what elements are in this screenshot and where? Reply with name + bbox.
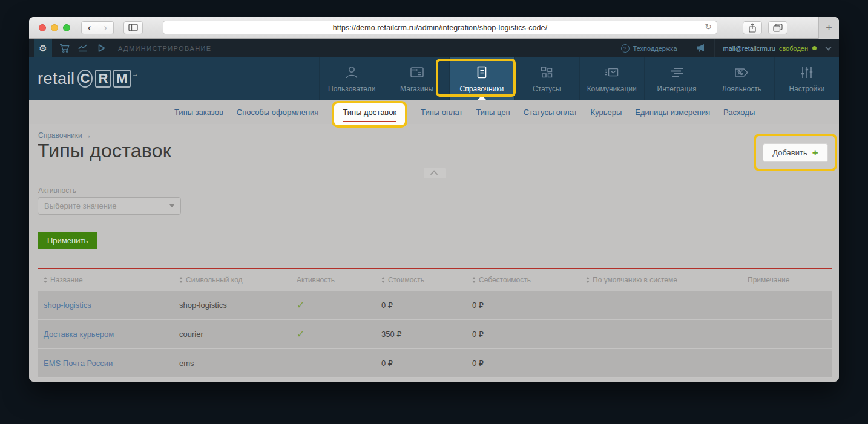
subnav-payment-statuses[interactable]: Статусы оплат bbox=[524, 108, 577, 117]
back-button[interactable]: ‹ bbox=[81, 21, 97, 34]
row-code: courier bbox=[179, 330, 297, 339]
nav-label: Пользователи bbox=[328, 85, 375, 93]
col-header-name[interactable]: Название bbox=[44, 276, 179, 284]
main-nav-items: Пользователи Магазины Справочники bbox=[319, 57, 839, 100]
forward-button[interactable]: › bbox=[97, 21, 114, 34]
subnav-payment-types[interactable]: Типы оплат bbox=[421, 108, 462, 117]
support-link[interactable]: ? Техподдержка bbox=[621, 44, 677, 53]
triggers-button[interactable] bbox=[96, 43, 107, 53]
statuses-icon bbox=[539, 65, 554, 80]
subnav-units[interactable]: Единицы измерения bbox=[635, 108, 710, 117]
play-icon bbox=[96, 43, 107, 53]
subnav-order-types[interactable]: Типы заказов bbox=[174, 108, 223, 117]
cart-icon bbox=[59, 44, 70, 53]
orders-cart-button[interactable] bbox=[59, 44, 70, 53]
utility-right: ? Техподдержка mail@retailcrm.ru свободе… bbox=[621, 39, 839, 57]
communications-icon bbox=[603, 65, 620, 80]
gear-icon: ⚙ bbox=[39, 43, 47, 54]
filter-collapse-toggle[interactable] bbox=[424, 168, 446, 178]
table-row: Доставка курьером courier ✓ 350 ₽ 0 ₽ bbox=[38, 320, 832, 349]
col-header-code[interactable]: Символьный код bbox=[179, 276, 297, 284]
subnav-couriers[interactable]: Курьеры bbox=[591, 108, 622, 117]
nav-item-users[interactable]: Пользователи bbox=[319, 57, 384, 100]
row-net-cost: 0 ₽ bbox=[472, 330, 586, 339]
sort-icon bbox=[472, 277, 476, 283]
nav-item-communications[interactable]: Коммуникации bbox=[579, 57, 644, 100]
sort-icon bbox=[44, 277, 47, 283]
chevron-down-icon[interactable] bbox=[826, 44, 832, 50]
megaphone-icon bbox=[695, 44, 706, 53]
col-header-activity: Активность bbox=[297, 276, 381, 284]
close-window-button[interactable] bbox=[39, 24, 46, 31]
directory-icon bbox=[474, 65, 490, 80]
breadcrumb[interactable]: Справочники → bbox=[38, 131, 91, 140]
subnav-checkout-methods[interactable]: Способы оформления bbox=[237, 108, 319, 117]
storefront-icon bbox=[409, 65, 425, 80]
brand-letter-r: R bbox=[95, 70, 111, 88]
row-code: ems bbox=[179, 359, 297, 368]
minimize-window-button[interactable] bbox=[51, 24, 58, 31]
sidebar-toggle-button[interactable] bbox=[123, 21, 143, 34]
url-field[interactable]: https://demo.retailcrm.ru/admin/integrat… bbox=[163, 21, 717, 34]
divider bbox=[714, 39, 715, 57]
announcements-button[interactable] bbox=[695, 44, 706, 53]
section-label: АДМИНИСТРИРОВАНИЕ bbox=[118, 45, 212, 52]
nav-label: Коммуникации bbox=[587, 85, 637, 93]
integration-icon bbox=[669, 65, 685, 80]
nav-label: Настройки bbox=[789, 85, 824, 93]
brand-prefix: retail bbox=[38, 70, 75, 88]
sub-nav: Типы заказов Способы оформления Типы дос… bbox=[29, 100, 839, 124]
sort-icon bbox=[179, 277, 183, 283]
new-tab-button[interactable]: + bbox=[818, 17, 839, 39]
check-icon: ✓ bbox=[297, 328, 381, 340]
reload-icon[interactable]: ↻ bbox=[705, 22, 712, 31]
apply-button[interactable]: Применить bbox=[38, 232, 97, 249]
check-icon: ✓ bbox=[297, 299, 381, 311]
row-code: shop-logistics bbox=[179, 301, 297, 310]
nav-item-statuses[interactable]: Статусы bbox=[514, 57, 579, 100]
admin-gear-tab[interactable]: ⚙ bbox=[34, 39, 52, 57]
share-button[interactable] bbox=[743, 21, 762, 34]
nav-item-integration[interactable]: Интеграция bbox=[644, 57, 709, 100]
subnav-active-label: Типы доставок bbox=[343, 108, 396, 117]
brand-letter-m: M bbox=[113, 70, 130, 88]
sort-icon bbox=[586, 277, 590, 283]
tab-overview-button[interactable] bbox=[768, 21, 787, 34]
row-name-link[interactable]: EMS Почта России bbox=[44, 359, 113, 368]
analytics-button[interactable] bbox=[77, 44, 88, 53]
row-cost: 0 ₽ bbox=[381, 301, 472, 310]
plus-icon: + bbox=[812, 148, 818, 158]
divider bbox=[686, 39, 686, 57]
activity-select[interactable]: Выберите значение bbox=[38, 197, 181, 215]
nav-item-directories[interactable]: Справочники bbox=[449, 57, 514, 100]
col-header-cost[interactable]: Стоимость bbox=[381, 276, 472, 284]
subnav-delivery-types-active[interactable]: Типы доставок bbox=[332, 101, 407, 128]
loyalty-icon bbox=[733, 65, 750, 80]
nav-item-loyalty[interactable]: Лояльность bbox=[709, 57, 774, 100]
status-dot-icon bbox=[812, 46, 817, 50]
add-button[interactable]: Добавить + bbox=[763, 143, 827, 162]
history-buttons: ‹ › bbox=[81, 21, 143, 34]
brand-logo[interactable]: retailCRM→ bbox=[38, 57, 139, 100]
subnav-price-types[interactable]: Типы цен bbox=[476, 108, 510, 117]
select-caret-icon bbox=[169, 204, 174, 207]
chevron-up-icon bbox=[430, 170, 438, 178]
active-tab-underline bbox=[343, 121, 396, 122]
question-icon: ? bbox=[621, 44, 630, 53]
row-name-link[interactable]: shop-logistics bbox=[44, 301, 91, 310]
user-email[interactable]: mail@retailcrm.ru bbox=[723, 45, 775, 52]
toolbar-right-buttons bbox=[743, 21, 787, 34]
nav-item-stores[interactable]: Магазины bbox=[384, 57, 449, 100]
share-icon bbox=[748, 23, 757, 33]
nav-label: Интеграция bbox=[657, 85, 697, 93]
table-row: shop-logistics shop-logistics ✓ 0 ₽ 0 ₽ bbox=[38, 291, 832, 320]
table-row: EMS Почта России ems 0 ₽ 0 ₽ bbox=[38, 349, 832, 378]
subnav-expenses[interactable]: Расходы bbox=[723, 108, 755, 117]
browser-toolbar: ‹ › https://demo.retailcrm.ru/admin/inte… bbox=[29, 17, 839, 39]
sort-icon bbox=[381, 277, 385, 283]
zoom-window-button[interactable] bbox=[63, 24, 70, 31]
nav-item-settings[interactable]: Настройки bbox=[774, 57, 839, 100]
col-header-default[interactable]: По умолчанию в системе bbox=[586, 276, 748, 284]
row-name-link[interactable]: Доставка курьером bbox=[44, 330, 114, 339]
col-header-net-cost[interactable]: Себестоимость bbox=[472, 276, 586, 284]
